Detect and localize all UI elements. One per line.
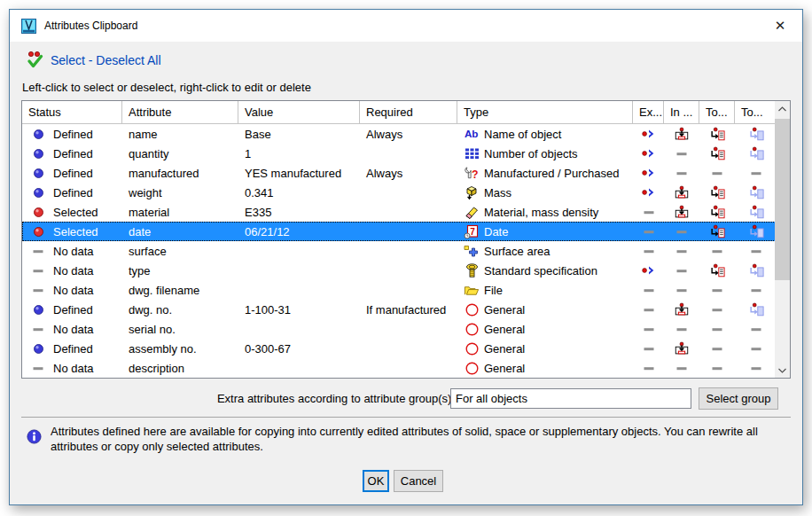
column-header-attribute-1[interactable]: Attribute: [122, 101, 238, 123]
table-row-description[interactable]: No datadescriptionGeneral: [22, 358, 790, 378]
import-icon: [674, 204, 690, 220]
status-cell: Defined: [22, 183, 122, 202]
import-cell: [664, 241, 699, 261]
dash-icon: [30, 360, 46, 376]
cancel-button[interactable]: Cancel: [394, 470, 443, 492]
value-cell: 1: [238, 144, 360, 163]
dash-icon: [641, 204, 657, 220]
to-objects-cell: [735, 241, 777, 261]
scrollbar-thumb[interactable]: [775, 119, 790, 280]
type-cell: General: [457, 358, 633, 378]
dash-icon: [674, 165, 690, 181]
column-header-required-3[interactable]: Required: [360, 101, 457, 123]
import-cell: [664, 183, 699, 202]
ex-arrow-icon: [641, 145, 657, 161]
type-label: Manufactured / Purchased: [484, 167, 619, 180]
screw-icon: [464, 262, 480, 278]
value-cell: 0.341: [238, 183, 360, 202]
table-row-serial-no-[interactable]: No dataserial no.General: [22, 319, 790, 339]
column-header-type-4[interactable]: Type: [457, 101, 633, 123]
table-row-name[interactable]: DefinednameBaseAlwaysAbName of object: [22, 124, 790, 144]
import-cell: [664, 163, 699, 183]
type-label: Standard specification: [484, 264, 597, 278]
export-cell: [633, 280, 664, 300]
attribute-group-field[interactable]: [450, 388, 691, 409]
scroll-down-icon[interactable]: [775, 363, 790, 378]
ex-arrow-icon: [641, 165, 657, 181]
attribute-cell: quantity: [122, 144, 238, 163]
column-header-ex-5[interactable]: Ex...: [633, 101, 664, 123]
column-header-to-8[interactable]: To...: [735, 101, 777, 123]
status-cell: Defined: [22, 339, 122, 358]
column-header-in-6[interactable]: In ...: [664, 101, 699, 123]
type-label: Date: [484, 225, 508, 238]
table-row-assembly-no-[interactable]: Definedassembly no.0-300-67General: [22, 339, 790, 358]
status-cell: Defined: [22, 300, 122, 319]
table-row-manufactured[interactable]: DefinedmanufacturedYES manufacturedAlway…: [22, 163, 790, 183]
dash-icon: [674, 243, 690, 259]
status-cell: No data: [22, 241, 122, 261]
status-label: Defined: [53, 186, 93, 199]
type-cell: Material, mass density: [457, 202, 633, 222]
required-cell: [360, 261, 457, 280]
attribute-cell: name: [122, 124, 238, 144]
status-label: Selected: [53, 225, 98, 238]
status-cell: No data: [22, 261, 122, 280]
table-row-material[interactable]: SelectedmaterialE335Material, mass densi…: [22, 202, 790, 222]
value-cell: [238, 319, 360, 339]
vertical-scrollbar[interactable]: [775, 101, 790, 378]
close-button[interactable]: ✕: [763, 13, 797, 38]
select-deselect-icon: [26, 51, 44, 69]
dialog-buttons: OK Cancel: [10, 470, 802, 493]
required-cell: [360, 319, 457, 339]
to-doc-icon: [709, 262, 725, 278]
type-label: Material, mass density: [484, 206, 598, 219]
export-cell: [633, 300, 664, 319]
to-square-icon: [748, 262, 764, 278]
type-cell: Number of objects: [457, 144, 633, 163]
column-header-value-2[interactable]: Value: [238, 101, 360, 123]
select-group-button[interactable]: Select group: [699, 387, 778, 410]
to-doc-icon: [709, 184, 725, 200]
dash-icon: [709, 321, 725, 337]
dash-icon: [30, 282, 46, 298]
type-cell: General: [457, 339, 633, 358]
status-cell: Selected: [22, 222, 122, 241]
required-cell: [360, 358, 457, 378]
dash-icon: [748, 340, 764, 356]
scroll-up-icon[interactable]: [775, 101, 790, 116]
to-objects-cell: [735, 358, 777, 378]
column-header-status-0[interactable]: Status: [22, 101, 122, 123]
export-cell: [633, 163, 664, 183]
import-cell: [664, 222, 699, 241]
table-row-surface[interactable]: No datasurfaceSurface area: [22, 241, 790, 261]
svg-text:?: ?: [472, 168, 479, 180]
select-deselect-all[interactable]: Select - Deselect All: [26, 51, 161, 69]
table-row-date[interactable]: Selecteddate06/21/127Date: [22, 222, 790, 241]
to-list-cell: [699, 222, 735, 241]
table-row-dwg--filename[interactable]: No datadwg. filenameFile: [22, 280, 790, 300]
table-row-weight[interactable]: Definedweight0.341Mass: [22, 183, 790, 202]
table-row-type[interactable]: No datatypeStandard specification: [22, 261, 790, 280]
dash-icon: [748, 321, 764, 337]
table-body: DefinednameBaseAlwaysAbName of objectDef…: [22, 124, 790, 378]
value-cell: [238, 261, 360, 280]
type-cell: File: [457, 280, 633, 300]
attribute-cell: dwg. no.: [122, 300, 238, 319]
type-label: File: [484, 284, 503, 297]
ok-button[interactable]: OK: [363, 470, 389, 492]
dash-icon: [30, 262, 46, 278]
dash-icon: [709, 360, 725, 376]
table-row-dwg--no-[interactable]: Defineddwg. no.1-100-31If manufacturedGe…: [22, 300, 790, 319]
to-list-cell: [699, 124, 735, 144]
column-header-to-7[interactable]: To...: [699, 101, 735, 123]
export-cell: [633, 241, 664, 261]
table-row-quantity[interactable]: Definedquantity1Number of objects: [22, 144, 790, 163]
required-cell: Always: [360, 124, 457, 144]
import-cell: [664, 280, 699, 300]
circle-icon: [464, 360, 480, 376]
to-square-icon: [748, 223, 764, 239]
status-label: Defined: [53, 303, 93, 317]
status-label: No data: [53, 284, 94, 297]
attribute-cell: type: [122, 261, 238, 280]
